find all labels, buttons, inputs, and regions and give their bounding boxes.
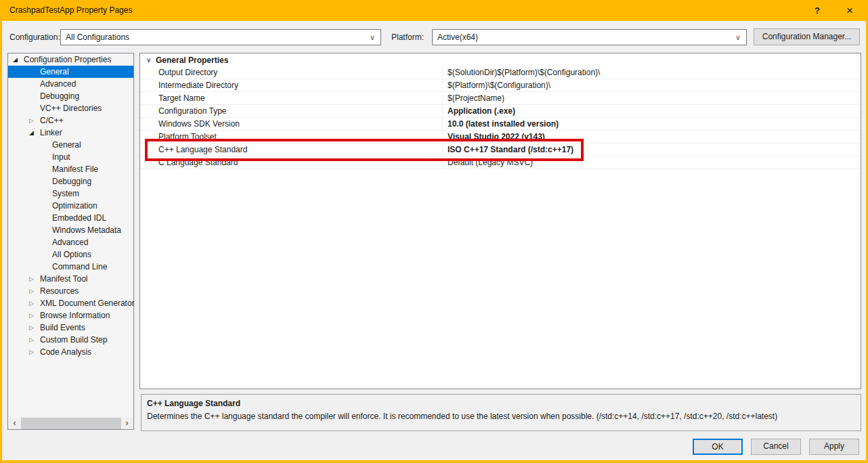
chevron-down-icon: ∨ [370,30,375,45]
property-row-target-name[interactable]: Target Name$(ProjectName) [140,92,861,105]
tree-item-label: All Options [52,250,91,259]
window-titlebar[interactable]: CrashpadTestApp Property Pages ? × [0,0,868,21]
scrollbar-thumb[interactable] [21,418,121,429]
tree-item-label: Advanced [40,79,76,89]
property-label: Windows SDK Version [140,118,442,130]
tree-item-build-events[interactable]: ▷Build Events [8,322,133,334]
tree-item-browse-information[interactable]: ▷Browse Information [8,309,133,322]
tree-item-manifest-tool[interactable]: ▷Manifest Tool [8,273,133,285]
property-row-c-language-standard[interactable]: C Language StandardDefault (Legacy MSVC) [140,156,861,169]
tree-item-embedded-idl[interactable]: Embedded IDL [8,212,133,224]
tree-horizontal-scrollbar[interactable]: ‹ › [8,418,133,429]
tree-item-debugging[interactable]: Debugging [8,90,133,102]
platform-select[interactable]: Active(x64) ∨ [432,29,747,45]
property-row-output-directory[interactable]: Output Directory$(SolutionDir)$(Platform… [140,66,861,79]
tree-item-vc-directories[interactable]: VC++ Directories [8,102,133,114]
tree-item-label: C/C++ [40,116,64,125]
expander-collapsed-icon[interactable]: ▷ [29,324,40,331]
tree-item-general[interactable]: General [8,66,133,78]
property-row-c-language-standard[interactable]: C++ Language StandardISO C++17 Standard … [140,144,861,156]
category-collapse-icon[interactable]: ∨ [140,56,156,64]
tree-item-all-options[interactable]: All Options [8,248,133,261]
tree-item-input[interactable]: Input [8,151,133,163]
category-header[interactable]: ∨ General Properties [140,53,861,66]
tree-item-windows-metadata[interactable]: Windows Metadata [8,224,133,236]
description-body: Determines the C++ language standard the… [147,412,855,421]
tree-item-manifest-file[interactable]: Manifest File [8,163,133,175]
tree-item-system[interactable]: System [8,188,133,200]
window-border-left [0,21,2,463]
apply-button[interactable]: Apply [809,439,859,455]
property-row-intermediate-directory[interactable]: Intermediate Directory$(Platform)\$(Conf… [140,79,861,92]
property-label: Target Name [140,92,442,104]
tree-item-advanced[interactable]: Advanced [8,236,133,248]
tree-item-label: Input [52,152,70,162]
chevron-down-icon: ∨ [735,30,741,45]
tree-item-debugging[interactable]: Debugging [8,175,133,188]
expander-collapsed-icon[interactable]: ▷ [29,275,40,282]
tree-item-optimization[interactable]: Optimization [8,200,133,212]
tree-item-configuration-properties[interactable]: ◢Configuration Properties [8,53,133,66]
configuration-select-value: All Configurations [66,32,129,42]
tree-item-label: Debugging [40,91,79,101]
expander-collapsed-icon[interactable]: ▷ [29,349,40,355]
property-value[interactable]: $(ProjectName) [442,92,861,104]
property-value[interactable]: Default (Legacy MSVC) [442,156,861,169]
scroll-left-icon[interactable]: ‹ [8,418,21,429]
property-label: Configuration Type [140,105,442,117]
property-value[interactable]: 10.0 (latest installed version) [442,118,861,130]
tree-item-command-line[interactable]: Command Line [8,261,133,273]
properties-grid: ∨ General Properties Output Directory$(S… [139,53,861,389]
window-title: CrashpadTestApp Property Pages [9,0,132,21]
property-label: C++ Language Standard [140,144,442,156]
tree-item-c-c[interactable]: ▷C/C++ [8,114,133,127]
expander-collapsed-icon[interactable]: ▷ [29,300,40,307]
property-row-platform-toolset[interactable]: Platform ToolsetVisual Studio 2022 (v143… [140,131,861,144]
tree-item-advanced[interactable]: Advanced [8,78,133,90]
property-row-windows-sdk-version[interactable]: Windows SDK Version10.0 (latest installe… [140,118,861,131]
expander-expanded-icon[interactable]: ◢ [29,129,40,136]
tree-item-label: Manifest File [52,164,98,174]
tree-item-label: XML Document Generator [40,299,135,308]
window-border-bottom [0,460,868,463]
tree-item-label: Optimization [52,201,97,211]
tree-item-label: System [52,189,79,198]
expander-collapsed-icon[interactable]: ▷ [29,117,40,124]
property-pages-dialog: CrashpadTestApp Property Pages ? × Confi… [0,0,868,463]
tree-item-custom-build-step[interactable]: ▷Custom Build Step [8,334,133,346]
description-title: C++ Language Standard [147,399,855,408]
ok-button[interactable]: OK [693,439,743,455]
property-value[interactable]: ISO C++17 Standard (/std:c++17) [442,144,861,156]
tree-item-label: Embedded IDL [52,213,106,223]
tree-item-resources[interactable]: ▷Resources [8,285,133,297]
configuration-label: Configuration: [9,29,60,45]
tree-item-label: Configuration Properties [24,55,111,64]
scroll-right-icon[interactable]: › [121,418,133,429]
property-rows: Output Directory$(SolutionDir)$(Platform… [140,66,861,169]
tree-item-linker[interactable]: ◢Linker [8,127,133,139]
tree-item-label: General [40,67,69,76]
property-value[interactable]: Application (.exe) [442,105,861,117]
property-value[interactable]: $(SolutionDir)$(Platform)\$(Configuratio… [442,66,861,79]
tree-item-label: Custom Build Step [40,335,107,345]
close-icon[interactable]: × [841,0,859,21]
property-value[interactable]: Visual Studio 2022 (v143) [442,131,861,143]
cancel-button[interactable]: Cancel [751,439,801,455]
tree-item-label: Manifest Tool [40,274,87,284]
expander-collapsed-icon[interactable]: ▷ [29,312,40,319]
tree-item-code-analysis[interactable]: ▷Code Analysis [8,346,133,358]
property-label: Platform Toolset [140,131,442,143]
tree-item-xml-document-generator[interactable]: ▷XML Document Generator [8,297,133,309]
help-button[interactable]: ? [810,0,825,21]
tree-item-label: Linker [40,128,62,137]
configuration-select[interactable]: All Configurations ∨ [60,29,381,45]
tree-item-label: Build Events [40,323,85,332]
property-row-configuration-type[interactable]: Configuration TypeApplication (.exe) [140,105,861,118]
property-value[interactable]: $(Platform)\$(Configuration)\ [442,79,861,91]
expander-expanded-icon[interactable]: ◢ [13,56,24,63]
tree-item-label: Resources [40,286,79,296]
expander-collapsed-icon[interactable]: ▷ [29,288,40,294]
expander-collapsed-icon[interactable]: ▷ [29,336,40,343]
tree-item-general[interactable]: General [8,139,133,151]
configuration-manager-button[interactable]: Configuration Manager... [754,28,860,45]
